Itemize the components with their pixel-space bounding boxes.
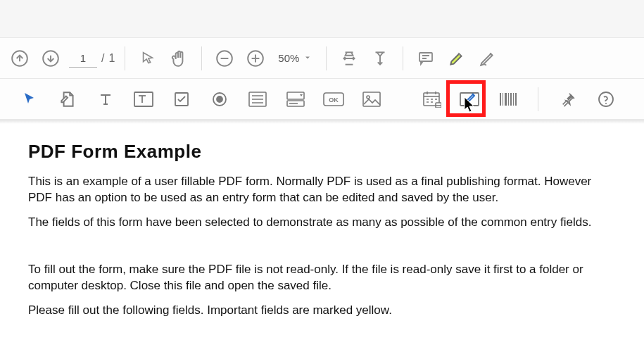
arrow-down-circle-icon [42, 49, 60, 68]
fit-width-icon [340, 49, 358, 68]
svg-rect-25 [515, 93, 517, 106]
svg-rect-19 [500, 93, 501, 106]
separator [403, 46, 403, 70]
fit-width-button[interactable] [336, 46, 362, 71]
pin-button[interactable] [555, 87, 581, 112]
highlighter-icon [448, 49, 466, 68]
main-toolbar: / 1 50% [0, 38, 644, 79]
svg-rect-4 [419, 53, 432, 61]
select-cursor-button[interactable] [17, 87, 42, 112]
pin-icon [560, 92, 576, 107]
svg-point-8 [217, 96, 222, 102]
edit-page-icon [58, 90, 77, 108]
comment-icon [417, 50, 434, 67]
button-field-button[interactable]: OK [321, 87, 346, 112]
barcode-field-button[interactable] [495, 87, 521, 112]
spacer [28, 245, 616, 262]
zoom-out-button[interactable] [212, 46, 237, 71]
text-icon [97, 91, 114, 108]
doc-paragraph: To fill out the form, make sure the PDF … [28, 262, 616, 294]
page-total: 1 [108, 52, 115, 65]
separator [326, 46, 327, 70]
doc-paragraph: The fields of this form have been select… [28, 215, 616, 231]
svg-text:OK: OK [329, 96, 339, 103]
text-tool-button[interactable] [93, 87, 118, 112]
list-box-icon [248, 92, 267, 107]
sign-button[interactable] [475, 46, 500, 71]
fit-page-button[interactable] [367, 46, 393, 71]
doc-paragraph: Please fill out the following fields. Im… [28, 303, 616, 319]
svg-rect-5 [134, 92, 153, 106]
page-up-button[interactable] [7, 46, 32, 71]
svg-rect-14 [363, 92, 380, 106]
cursor-icon [21, 91, 38, 108]
hand-icon [170, 49, 188, 68]
help-icon [598, 91, 614, 108]
date-field-button[interactable] [419, 87, 445, 112]
form-toolbar: OK [0, 79, 644, 120]
document-viewport[interactable]: PDF Form Example This is an example of a… [0, 120, 644, 352]
titlebar-area [0, 0, 644, 38]
svg-rect-21 [505, 93, 507, 106]
page-down-button[interactable] [38, 46, 63, 71]
plus-circle-icon [246, 49, 265, 68]
help-button[interactable] [593, 87, 619, 112]
checkbox-field-button[interactable] [169, 87, 194, 112]
radio-field-button[interactable] [207, 87, 232, 112]
signature-field-icon [460, 91, 481, 108]
svg-rect-23 [510, 93, 512, 106]
chevron-down-icon [303, 54, 312, 62]
page-number-input[interactable] [69, 49, 97, 68]
barcode-icon [498, 92, 518, 107]
page-indicator: / 1 [69, 49, 115, 68]
svg-point-27 [605, 103, 607, 104]
combo-box-button[interactable] [283, 87, 308, 112]
separator [538, 87, 538, 111]
comment-button[interactable] [413, 46, 438, 71]
select-tool-button[interactable] [135, 46, 160, 71]
image-icon [362, 92, 381, 107]
edit-tool-button[interactable] [55, 87, 80, 112]
image-field-button[interactable] [359, 87, 384, 112]
radio-icon [211, 91, 228, 108]
calendar-icon [423, 91, 441, 108]
pointer-icon [140, 51, 156, 66]
signature-field-button[interactable] [457, 87, 483, 112]
minus-circle-icon [215, 49, 234, 68]
checkbox-icon [173, 91, 190, 108]
doc-title: PDF Form Example [28, 141, 616, 163]
text-field-icon [134, 92, 153, 107]
svg-rect-24 [513, 93, 514, 106]
zoom-value: 50% [278, 52, 299, 64]
separator [201, 46, 202, 70]
svg-rect-22 [508, 93, 509, 106]
combo-box-icon [286, 92, 305, 107]
highlighter-button[interactable] [444, 46, 469, 71]
text-field-button[interactable] [131, 87, 156, 112]
pen-icon [479, 49, 497, 68]
zoom-in-button[interactable] [243, 46, 268, 71]
arrow-up-circle-icon [11, 49, 29, 68]
svg-rect-20 [503, 93, 503, 106]
list-box-button[interactable] [245, 87, 270, 112]
fit-page-icon [371, 49, 389, 68]
page-separator: / [101, 52, 104, 65]
ok-button-icon: OK [323, 92, 344, 106]
hand-tool-button[interactable] [166, 46, 191, 71]
doc-paragraph: This is an example of a user fillable PD… [28, 174, 616, 206]
zoom-dropdown[interactable]: 50% [274, 49, 316, 68]
separator [125, 46, 125, 70]
svg-point-15 [367, 96, 370, 99]
